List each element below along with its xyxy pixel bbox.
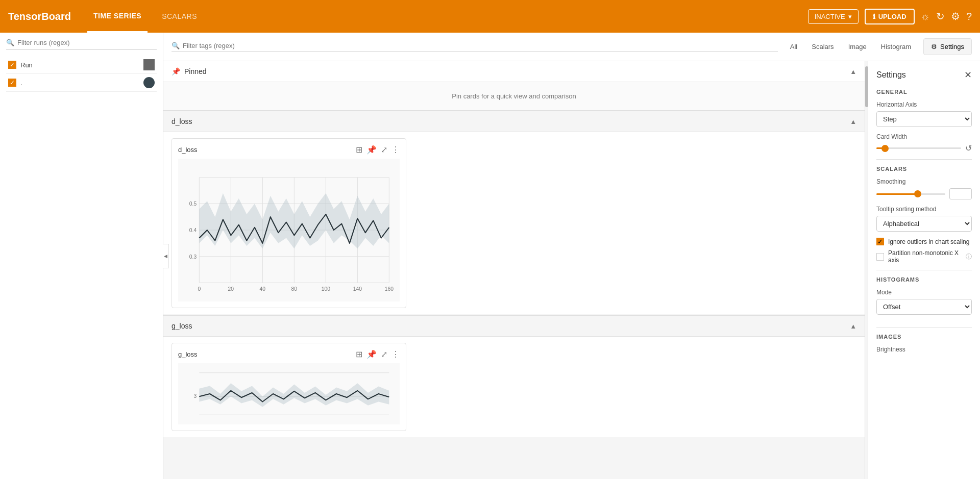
- horizontal-axis-label: Horizontal Axis: [876, 101, 972, 108]
- g-expand-icon[interactable]: ⊞: [356, 349, 362, 359]
- theme-icon[interactable]: ☼: [921, 11, 930, 22]
- histogram-mode-select[interactable]: Offset Overlay: [876, 299, 972, 315]
- chart-card-g-loss-header: g_loss ⊞ 📌 ⤢ ⋮: [178, 349, 400, 359]
- svg-text:0: 0: [198, 286, 201, 292]
- run-item-dot: ✓ .: [6, 74, 157, 92]
- upload-button[interactable]: ℹ UPLOAD: [865, 9, 915, 24]
- filter-tags-input[interactable]: [183, 42, 778, 49]
- chart-card-d-loss-title: d_loss: [178, 146, 198, 154]
- svg-text:0.5: 0.5: [189, 201, 197, 207]
- chart-card-d-loss-actions: ⊞ 📌 ⤢ ⋮: [356, 145, 400, 155]
- tag-search-container: 🔍: [172, 42, 778, 52]
- brightness-label: Brightness: [876, 346, 972, 353]
- card-width-label: Card Width: [876, 133, 972, 140]
- g-loss-title: g_loss: [172, 322, 192, 330]
- nav-scalars[interactable]: SCALARS: [156, 0, 203, 33]
- collapse-d-loss-icon[interactable]: ▲: [850, 118, 856, 125]
- topnav-right: INACTIVE ▾ ℹ UPLOAD ☼ ↻ ⚙ ?: [808, 9, 972, 24]
- partition-checkbox[interactable]: [876, 253, 884, 261]
- refresh-icon[interactable]: ↻: [936, 10, 945, 22]
- run-color-dot: [143, 77, 155, 88]
- svg-text:40: 40: [260, 286, 266, 292]
- run-checkbox-run[interactable]: ✓: [8, 61, 16, 69]
- chart-card-d-loss: d_loss ⊞ 📌 ⤢ ⋮: [172, 138, 406, 308]
- partition-row: Partition non-monotonic X axis ⓘ: [876, 249, 972, 264]
- svg-text:140: 140: [353, 286, 362, 292]
- pin-icon: 📌: [172, 67, 180, 75]
- scrollbar-thumb[interactable]: [865, 66, 868, 107]
- main-toolbar: 🔍 All Scalars Image Histogram ⚙ Settings: [163, 33, 980, 61]
- smoothing-slider-row: 0.6: [876, 188, 972, 199]
- g-fullscreen-icon[interactable]: ⤢: [381, 349, 387, 359]
- svg-text:0.4: 0.4: [189, 228, 197, 233]
- pinned-empty-message: Pin cards for a quick view and compariso…: [163, 82, 865, 110]
- settings-close-button[interactable]: ✕: [964, 69, 972, 81]
- fullscreen-icon[interactable]: ⤢: [381, 145, 387, 155]
- svg-text:20: 20: [228, 286, 234, 292]
- chart-card-g-loss-actions: ⊞ 📌 ⤢ ⋮: [356, 349, 400, 359]
- collapse-g-loss-icon[interactable]: ▲: [850, 322, 856, 330]
- card-width-slider[interactable]: [876, 147, 961, 149]
- smoothing-slider[interactable]: [876, 193, 945, 195]
- run-color-run: [143, 59, 155, 70]
- filter-histogram-button[interactable]: Histogram: [875, 40, 917, 54]
- chart-card-d-loss-header: d_loss ⊞ 📌 ⤢ ⋮: [178, 145, 400, 155]
- settings-btn-icon: ⚙: [931, 43, 937, 51]
- expand-icon[interactable]: ⊞: [356, 145, 362, 155]
- collapse-pinned-icon[interactable]: ▲: [850, 68, 856, 75]
- svg-text:80: 80: [291, 286, 298, 292]
- smoothing-value-input[interactable]: 0.6: [949, 188, 972, 199]
- pinned-header: 📌 Pinned ▲: [163, 61, 865, 82]
- tag-search-icon: 🔍: [172, 42, 180, 49]
- g-loss-header: g_loss ▲: [163, 315, 865, 337]
- settings-icon[interactable]: ⚙: [951, 10, 960, 22]
- pinned-title: 📌 Pinned: [172, 67, 207, 75]
- g-pin-chart-icon[interactable]: 📌: [366, 349, 377, 359]
- settings-images-title: IMAGES: [876, 334, 972, 340]
- inactive-dropdown[interactable]: INACTIVE ▾: [808, 9, 859, 24]
- pin-chart-icon[interactable]: 📌: [366, 145, 377, 155]
- run-label-run: Run: [20, 61, 143, 69]
- d-loss-charts-grid: d_loss ⊞ 📌 ⤢ ⋮: [163, 132, 865, 314]
- horizontal-axis-select[interactable]: Step Relative Wall: [876, 111, 972, 127]
- top-navigation: TensorBoard TIME SERIES SCALARS INACTIVE…: [0, 0, 980, 33]
- help-icon[interactable]: ?: [966, 11, 972, 22]
- ignore-outliers-checkbox[interactable]: ✓: [876, 238, 884, 245]
- settings-panel-toggle[interactable]: ⚙ Settings: [923, 38, 972, 55]
- filter-buttons: All Scalars Image Histogram: [784, 40, 917, 54]
- run-label-dot: .: [20, 79, 143, 87]
- filter-runs-input[interactable]: [17, 39, 157, 46]
- card-width-row: ↺: [876, 143, 972, 153]
- metric-section-g-loss: g_loss ▲ g_loss ⊞ 📌 ⤢ ⋮: [163, 315, 865, 437]
- partition-label: Partition non-monotonic X axis: [888, 249, 960, 264]
- settings-scalars-title: SCALARS: [876, 166, 972, 172]
- g-loss-charts-grid: g_loss ⊞ 📌 ⤢ ⋮: [163, 337, 865, 437]
- nav-time-series[interactable]: TIME SERIES: [87, 0, 148, 33]
- g-loss-chart: 3: [178, 363, 400, 424]
- app-brand: TensorBoard: [8, 11, 71, 22]
- ignore-outliers-label: Ignore outliers in chart scaling: [888, 238, 969, 245]
- partition-info-icon: ⓘ: [966, 253, 972, 261]
- sidebar-search-container: 🔍: [6, 39, 157, 50]
- vertical-scrollbar[interactable]: [865, 61, 868, 479]
- run-checkbox-dot[interactable]: ✓: [8, 79, 16, 87]
- ignore-outliers-row: ✓ Ignore outliers in chart scaling: [876, 238, 972, 245]
- smoothing-label: Smoothing: [876, 178, 972, 185]
- chart-card-g-loss: g_loss ⊞ 📌 ⤢ ⋮: [172, 343, 406, 431]
- svg-text:0.3: 0.3: [189, 254, 197, 260]
- settings-panel-header: Settings ✕: [876, 69, 972, 81]
- card-width-reset-icon[interactable]: ↺: [965, 143, 972, 153]
- svg-text:3: 3: [193, 393, 197, 399]
- metric-section-d-loss: d_loss ▲ d_loss ⊞ 📌 ⤢ ⋮: [163, 111, 865, 314]
- g-more-options-icon[interactable]: ⋮: [391, 349, 400, 359]
- sidebar-collapse-tab[interactable]: ◀: [163, 244, 169, 268]
- upload-icon: ℹ: [873, 13, 875, 20]
- filter-scalars-button[interactable]: Scalars: [805, 40, 840, 54]
- main-area: 🔍 All Scalars Image Histogram ⚙ Settings: [163, 33, 980, 479]
- charts-area: 📌 Pinned ▲ Pin cards for a quick view an…: [163, 61, 865, 479]
- filter-all-button[interactable]: All: [784, 40, 803, 54]
- svg-text:160: 160: [385, 286, 394, 292]
- more-options-icon[interactable]: ⋮: [391, 145, 400, 155]
- filter-image-button[interactable]: Image: [842, 40, 873, 54]
- tooltip-sorting-select[interactable]: Alphabetical Ascending Descending Neares…: [876, 216, 972, 232]
